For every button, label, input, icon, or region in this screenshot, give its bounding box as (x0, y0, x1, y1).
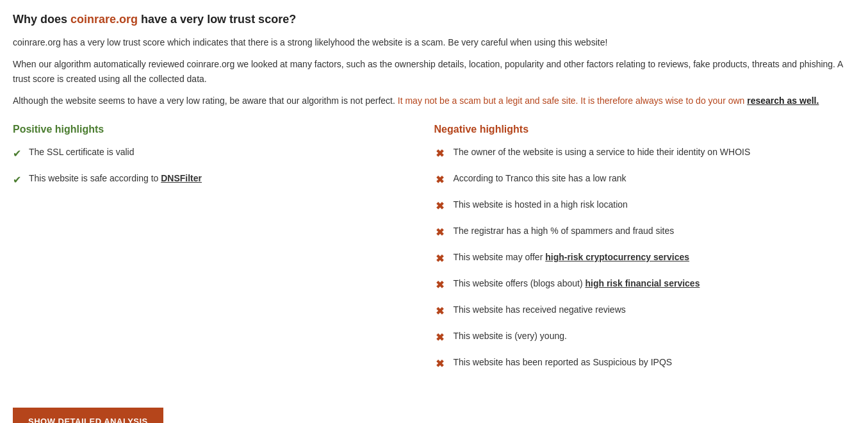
negative-item-6: This website offers (blogs about) high r… (454, 277, 700, 290)
page-title: Why does coinrare.org have a very low tr… (13, 13, 855, 26)
negative-item-8: This website is (very) young. (454, 329, 567, 343)
list-item: ✖ The owner of the website is using a se… (434, 145, 856, 162)
list-item: ✖ This website has received negative rev… (434, 303, 856, 319)
show-detailed-analysis-button[interactable]: SHOW DETAILED ANALYSIS (13, 408, 163, 423)
negative-item-5: This website may offer high-risk cryptoc… (454, 251, 690, 264)
x-icon: ✖ (434, 304, 446, 319)
check-icon: ✔ (13, 146, 21, 162)
x-icon: ✖ (434, 146, 446, 162)
list-item: ✖ This website has been reported as Susp… (434, 356, 856, 372)
positive-highlights-title: Positive highlights (13, 124, 434, 135)
positive-item-1-text: The SSL certificate is valid (29, 145, 134, 159)
x-icon: ✖ (434, 330, 446, 345)
x-icon: ✖ (434, 251, 446, 267)
intro-p2: When our algorithm automatically reviewe… (13, 57, 855, 86)
highlights-container: Positive highlights ✔ The SSL certificat… (13, 124, 855, 382)
negative-item-9: This website has been reported as Suspic… (454, 356, 673, 369)
x-icon: ✖ (434, 278, 446, 293)
negative-item-2: According to Tranco this site has a low … (454, 172, 626, 185)
positive-item-2-text: This website is safe according to DNSFil… (29, 172, 202, 185)
list-item: ✖ This website may offer high-risk crypt… (434, 251, 856, 267)
positive-highlights-col: Positive highlights ✔ The SSL certificat… (13, 124, 434, 382)
list-item: ✖ This website offers (blogs about) high… (434, 277, 856, 293)
negative-item-4: The registrar has a high % of spammers a… (454, 224, 675, 238)
negative-item-1: The owner of the website is using a serv… (454, 145, 751, 159)
x-icon: ✖ (434, 199, 446, 214)
title-prefix: Why does (13, 13, 70, 26)
research-link[interactable]: research as well. (747, 95, 819, 106)
negative-item-7: This website has received negative revie… (454, 303, 626, 317)
dnsfilter-link[interactable]: DNSFilter (161, 173, 202, 183)
negative-highlights-col: Negative highlights ✖ The owner of the w… (434, 124, 856, 382)
list-item: ✔ This website is safe according to DNSF… (13, 172, 434, 188)
x-icon: ✖ (434, 356, 446, 372)
x-icon: ✖ (434, 172, 446, 188)
list-item: ✖ This website is hosted in a high risk … (434, 198, 856, 214)
negative-highlights-title: Negative highlights (434, 124, 856, 135)
list-item: ✖ This website is (very) young. (434, 329, 856, 345)
list-item: ✔ The SSL certificate is valid (13, 145, 434, 162)
check-icon: ✔ (13, 172, 21, 188)
financial-link[interactable]: high risk financial services (585, 278, 700, 288)
list-item: ✖ The registrar has a high % of spammers… (434, 224, 856, 240)
x-icon: ✖ (434, 225, 446, 240)
crypto-link[interactable]: high-risk cryptocurrency services (545, 252, 689, 262)
intro-p3: Although the website seems to have a ver… (13, 94, 855, 108)
title-suffix: have a very low trust score? (138, 13, 296, 26)
negative-item-3: This website is hosted in a high risk lo… (454, 198, 628, 212)
list-item: ✖ According to Tranco this site has a lo… (434, 172, 856, 188)
intro-p1: coinrare.org has a very low trust score … (13, 35, 855, 49)
site-name: coinrare.org (70, 13, 138, 26)
